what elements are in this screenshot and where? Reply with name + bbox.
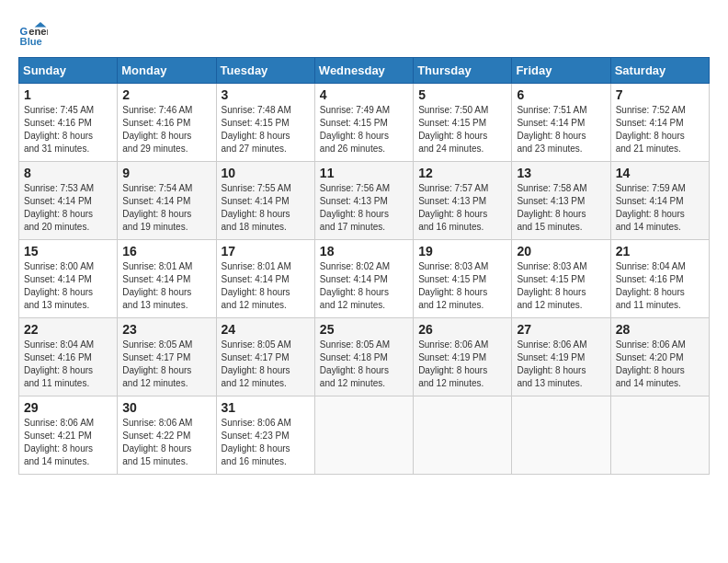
day-info: Sunrise: 8:03 AMSunset: 4:15 PMDaylight:… xyxy=(517,260,605,312)
calendar-table: SundayMondayTuesdayWednesdayThursdayFrid… xyxy=(18,57,710,475)
day-info: Sunrise: 7:53 AMSunset: 4:14 PMDaylight:… xyxy=(24,182,112,234)
day-info: Sunrise: 8:06 AMSunset: 4:21 PMDaylight:… xyxy=(24,417,112,468)
calendar-cell: 6Sunrise: 7:51 AMSunset: 4:14 PMDaylight… xyxy=(512,84,610,162)
calendar-week-3: 15Sunrise: 8:00 AMSunset: 4:14 PMDayligh… xyxy=(19,240,710,318)
calendar-cell: 8Sunrise: 7:53 AMSunset: 4:14 PMDaylight… xyxy=(19,162,118,240)
calendar-cell: 9Sunrise: 7:54 AMSunset: 4:14 PMDaylight… xyxy=(118,162,216,240)
day-info: Sunrise: 7:57 AMSunset: 4:13 PMDaylight:… xyxy=(418,182,506,234)
calendar-cell: 3Sunrise: 7:48 AMSunset: 4:15 PMDaylight… xyxy=(216,84,314,162)
day-number: 5 xyxy=(418,87,506,102)
day-number: 30 xyxy=(122,400,210,415)
calendar-cell: 1Sunrise: 7:45 AMSunset: 4:16 PMDaylight… xyxy=(19,84,118,162)
day-info: Sunrise: 8:06 AMSunset: 4:19 PMDaylight:… xyxy=(517,339,605,390)
calendar-cell: 24Sunrise: 8:05 AMSunset: 4:17 PMDayligh… xyxy=(216,318,314,396)
calendar-cell: 14Sunrise: 7:59 AMSunset: 4:14 PMDayligh… xyxy=(610,162,709,240)
day-info: Sunrise: 8:06 AMSunset: 4:20 PMDaylight:… xyxy=(616,339,704,390)
day-info: Sunrise: 8:04 AMSunset: 4:16 PMDaylight:… xyxy=(24,339,112,390)
day-info: Sunrise: 8:01 AMSunset: 4:14 PMDaylight:… xyxy=(122,260,210,312)
day-number: 23 xyxy=(122,322,210,337)
calendar-cell: 25Sunrise: 8:05 AMSunset: 4:18 PMDayligh… xyxy=(314,318,413,396)
day-number: 15 xyxy=(24,244,112,259)
day-header-thursday: Thursday xyxy=(414,58,512,84)
day-number: 21 xyxy=(616,244,704,259)
day-header-wednesday: Wednesday xyxy=(314,58,413,84)
calendar-cell: 11Sunrise: 7:56 AMSunset: 4:13 PMDayligh… xyxy=(314,162,413,240)
svg-marker-2 xyxy=(35,22,47,28)
day-number: 1 xyxy=(24,87,112,102)
day-number: 13 xyxy=(517,166,605,180)
calendar-cell: 7Sunrise: 7:52 AMSunset: 4:14 PMDaylight… xyxy=(610,84,709,162)
logo: G eneral Blue xyxy=(18,18,51,48)
day-info: Sunrise: 8:03 AMSunset: 4:15 PMDaylight:… xyxy=(418,260,506,312)
day-info: Sunrise: 8:00 AMSunset: 4:14 PMDaylight:… xyxy=(24,260,112,312)
calendar-cell: 13Sunrise: 7:58 AMSunset: 4:13 PMDayligh… xyxy=(512,162,610,240)
day-number: 7 xyxy=(616,87,704,102)
day-info: Sunrise: 7:58 AMSunset: 4:13 PMDaylight:… xyxy=(517,182,605,234)
calendar-cell: 12Sunrise: 7:57 AMSunset: 4:13 PMDayligh… xyxy=(414,162,512,240)
day-number: 9 xyxy=(122,166,210,180)
calendar-cell xyxy=(314,396,413,475)
day-number: 29 xyxy=(24,400,112,415)
day-number: 27 xyxy=(517,322,605,337)
day-info: Sunrise: 8:06 AMSunset: 4:22 PMDaylight:… xyxy=(122,417,210,468)
calendar-cell: 17Sunrise: 8:01 AMSunset: 4:14 PMDayligh… xyxy=(216,240,314,318)
day-number: 18 xyxy=(320,244,408,259)
day-info: Sunrise: 7:50 AMSunset: 4:15 PMDaylight:… xyxy=(418,104,506,155)
calendar-cell xyxy=(512,396,610,475)
day-header-friday: Friday xyxy=(512,58,610,84)
day-info: Sunrise: 7:54 AMSunset: 4:14 PMDaylight:… xyxy=(122,182,210,234)
calendar-cell xyxy=(414,396,512,475)
day-number: 12 xyxy=(418,166,506,180)
day-number: 20 xyxy=(517,244,605,259)
calendar-week-1: 1Sunrise: 7:45 AMSunset: 4:16 PMDaylight… xyxy=(19,84,710,162)
logo-icon: G eneral Blue xyxy=(18,18,48,48)
day-info: Sunrise: 8:06 AMSunset: 4:19 PMDaylight:… xyxy=(418,339,506,390)
day-info: Sunrise: 7:55 AMSunset: 4:14 PMDaylight:… xyxy=(222,182,310,234)
day-info: Sunrise: 8:02 AMSunset: 4:14 PMDaylight:… xyxy=(320,260,408,312)
day-info: Sunrise: 7:49 AMSunset: 4:15 PMDaylight:… xyxy=(320,104,408,155)
calendar-cell xyxy=(610,396,709,475)
calendar-cell: 19Sunrise: 8:03 AMSunset: 4:15 PMDayligh… xyxy=(414,240,512,318)
calendar-cell: 23Sunrise: 8:05 AMSunset: 4:17 PMDayligh… xyxy=(118,318,216,396)
svg-text:G: G xyxy=(20,26,28,37)
day-header-monday: Monday xyxy=(118,58,216,84)
calendar-cell: 28Sunrise: 8:06 AMSunset: 4:20 PMDayligh… xyxy=(610,318,709,396)
calendar-week-5: 29Sunrise: 8:06 AMSunset: 4:21 PMDayligh… xyxy=(19,396,710,475)
calendar-cell: 15Sunrise: 8:00 AMSunset: 4:14 PMDayligh… xyxy=(19,240,118,318)
day-number: 22 xyxy=(24,322,112,337)
calendar-cell: 31Sunrise: 8:06 AMSunset: 4:23 PMDayligh… xyxy=(216,396,314,475)
day-info: Sunrise: 7:45 AMSunset: 4:16 PMDaylight:… xyxy=(24,104,112,155)
calendar-cell: 27Sunrise: 8:06 AMSunset: 4:19 PMDayligh… xyxy=(512,318,610,396)
day-number: 11 xyxy=(320,166,408,180)
calendar-cell: 22Sunrise: 8:04 AMSunset: 4:16 PMDayligh… xyxy=(19,318,118,396)
calendar-cell: 18Sunrise: 8:02 AMSunset: 4:14 PMDayligh… xyxy=(314,240,413,318)
day-info: Sunrise: 7:59 AMSunset: 4:14 PMDaylight:… xyxy=(616,182,704,234)
day-info: Sunrise: 8:05 AMSunset: 4:18 PMDaylight:… xyxy=(320,339,408,390)
calendar-cell: 21Sunrise: 8:04 AMSunset: 4:16 PMDayligh… xyxy=(610,240,709,318)
svg-text:Blue: Blue xyxy=(20,36,42,47)
day-number: 14 xyxy=(616,166,704,180)
page-header: G eneral Blue xyxy=(18,18,710,48)
day-info: Sunrise: 7:46 AMSunset: 4:16 PMDaylight:… xyxy=(122,104,210,155)
day-info: Sunrise: 8:05 AMSunset: 4:17 PMDaylight:… xyxy=(222,339,310,390)
day-info: Sunrise: 8:01 AMSunset: 4:14 PMDaylight:… xyxy=(222,260,310,312)
day-number: 3 xyxy=(222,87,310,102)
calendar-cell: 2Sunrise: 7:46 AMSunset: 4:16 PMDaylight… xyxy=(118,84,216,162)
calendar-cell: 20Sunrise: 8:03 AMSunset: 4:15 PMDayligh… xyxy=(512,240,610,318)
day-header-sunday: Sunday xyxy=(19,58,118,84)
day-number: 24 xyxy=(222,322,310,337)
day-info: Sunrise: 7:51 AMSunset: 4:14 PMDaylight:… xyxy=(517,104,605,155)
calendar-header-row: SundayMondayTuesdayWednesdayThursdayFrid… xyxy=(19,58,710,84)
calendar-cell: 10Sunrise: 7:55 AMSunset: 4:14 PMDayligh… xyxy=(216,162,314,240)
calendar-week-4: 22Sunrise: 8:04 AMSunset: 4:16 PMDayligh… xyxy=(19,318,710,396)
day-number: 2 xyxy=(122,87,210,102)
day-number: 19 xyxy=(418,244,506,259)
day-number: 26 xyxy=(418,322,506,337)
day-number: 16 xyxy=(122,244,210,259)
day-number: 25 xyxy=(320,322,408,337)
calendar-cell: 5Sunrise: 7:50 AMSunset: 4:15 PMDaylight… xyxy=(414,84,512,162)
calendar-cell: 4Sunrise: 7:49 AMSunset: 4:15 PMDaylight… xyxy=(314,84,413,162)
day-info: Sunrise: 7:48 AMSunset: 4:15 PMDaylight:… xyxy=(222,104,310,155)
calendar-week-2: 8Sunrise: 7:53 AMSunset: 4:14 PMDaylight… xyxy=(19,162,710,240)
day-header-saturday: Saturday xyxy=(610,58,709,84)
